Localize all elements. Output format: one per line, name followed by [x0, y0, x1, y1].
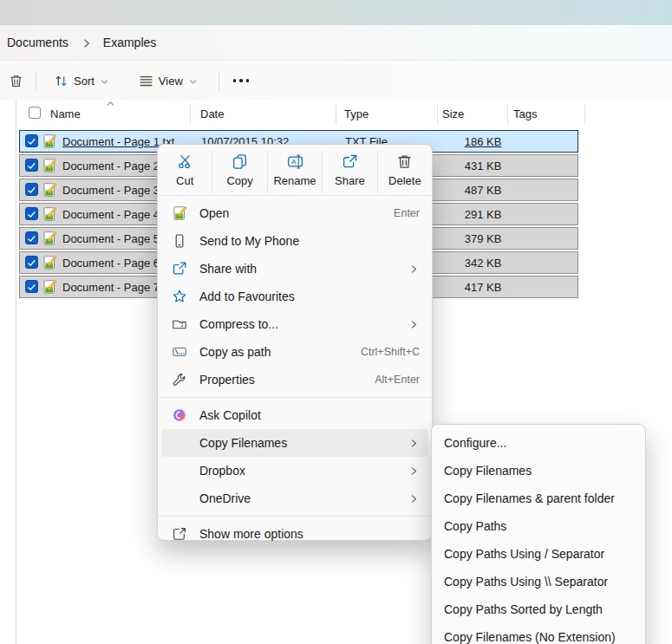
more-options-button[interactable]: [225, 79, 258, 82]
submenu-item-configure[interactable]: Configure...: [435, 429, 642, 457]
menu-item-show-more-options[interactable]: Show more options: [161, 520, 428, 548]
submenu-item-copy-paths-backslash[interactable]: Copy Paths Using \\ Separator: [435, 568, 642, 595]
txt-file-icon: [172, 205, 187, 221]
chevron-down-icon: [188, 77, 198, 87]
column-header-tags[interactable]: Tags: [513, 107, 537, 120]
submenu-chevron-icon: [408, 493, 420, 504]
zip-folder-icon: [172, 316, 187, 332]
menu-item-label: Add to Favourites: [199, 289, 420, 303]
menu-item-label: Show more options: [199, 527, 420, 541]
share-icon: [172, 261, 187, 276]
breadcrumb-chevron-icon: [81, 37, 93, 49]
menu-item-label: OneDrive: [199, 491, 401, 505]
column-header-name[interactable]: Name: [50, 107, 81, 120]
submenu-chevron-icon: [408, 438, 420, 449]
txt-file-icon: [42, 279, 57, 295]
breadcrumb-item-documents[interactable]: Documents: [7, 36, 69, 49]
submenu-chevron-icon: [408, 319, 420, 330]
column-divider[interactable]: [584, 105, 585, 124]
share-button[interactable]: Share: [322, 151, 376, 193]
show-more-icon: [172, 526, 187, 542]
column-divider[interactable]: [437, 105, 438, 124]
txt-file-icon: [42, 255, 57, 270]
view-button-label: View: [159, 75, 183, 88]
menu-item-label: Open: [199, 206, 387, 220]
chevron-down-icon: [100, 77, 109, 87]
row-checkbox-checked[interactable]: [25, 207, 38, 220]
row-checkbox-checked[interactable]: [25, 183, 38, 196]
menu-item-compress-to[interactable]: Compress to...: [161, 310, 428, 338]
menu-item-icon-placeholder: [172, 435, 187, 451]
submenu-item-copy-filenames-parent-folder[interactable]: Copy Filenames & parent folder: [435, 485, 642, 512]
menu-item-label: Copy Filenames: [199, 436, 401, 450]
title-bar: [0, 0, 672, 25]
column-header-type[interactable]: Type: [344, 107, 369, 120]
file-size: 417 KB: [452, 281, 514, 294]
file-size: 186 KB: [452, 135, 514, 148]
rename-button[interactable]: A Rename: [267, 151, 322, 193]
view-button[interactable]: View: [132, 67, 205, 94]
select-all-checkbox[interactable]: [29, 107, 41, 119]
submenu-item-copy-paths-sorted-by-length[interactable]: Copy Paths Sorted by Length: [435, 595, 642, 623]
delete-button[interactable]: Delete: [377, 151, 432, 193]
file-size: 342 KB: [452, 257, 514, 270]
wrench-icon: [172, 372, 187, 387]
menu-item-shortcut: Enter: [394, 207, 420, 219]
sort-button[interactable]: Sort: [47, 67, 116, 94]
menu-item-dropbox[interactable]: Dropbox: [161, 457, 428, 485]
copy-icon: [232, 153, 248, 170]
submenu-item-copy-filenames-no-extension[interactable]: Copy Filenames (No Extension): [435, 623, 642, 644]
file-size: 431 KB: [452, 159, 514, 172]
column-header-row: Name Date Type Size Tags: [19, 100, 585, 129]
submenu-item-copy-paths[interactable]: Copy Paths: [435, 512, 642, 540]
share-icon: [342, 153, 358, 170]
submenu-chevron-icon: [408, 263, 420, 275]
delete-label: Delete: [388, 174, 421, 187]
sort-ascending-caret-icon: [106, 99, 115, 108]
submenu-item-copy-paths-forward-slash[interactable]: Copy Paths Using / Separator: [435, 540, 642, 568]
menu-item-share-with[interactable]: Share with: [161, 255, 428, 283]
menu-item-label: Share with: [199, 262, 401, 276]
menu-item-properties[interactable]: Properties Alt+Enter: [161, 366, 428, 394]
toolbar-divider: [219, 71, 219, 90]
sort-arrows-icon: [54, 74, 69, 88]
txt-file-icon: [42, 158, 57, 173]
menu-items: Ask Copilot Copy Filenames Dropbox OneDr…: [158, 400, 432, 514]
breadcrumb-item-examples[interactable]: Examples: [103, 36, 156, 49]
delete-button[interactable]: [2, 67, 30, 94]
copilot-icon: [172, 407, 187, 423]
column-divider[interactable]: [190, 105, 191, 124]
menu-item-icon-placeholder: [172, 463, 187, 478]
submenu-chevron-icon: [408, 465, 420, 477]
menu-item-open[interactable]: Open Enter: [161, 199, 428, 227]
menu-item-ask-copilot[interactable]: Ask Copilot: [161, 401, 428, 429]
row-checkbox-checked[interactable]: [25, 231, 38, 244]
column-divider[interactable]: [507, 105, 508, 124]
menu-item-copy-filenames[interactable]: Copy Filenames: [161, 429, 428, 457]
cut-button[interactable]: Cut: [158, 151, 212, 193]
toolbar-divider: [36, 71, 36, 90]
submenu-item-copy-filenames[interactable]: Copy Filenames: [435, 457, 642, 485]
column-header-date[interactable]: Date: [200, 107, 224, 120]
menu-item-onedrive[interactable]: OneDrive: [161, 485, 428, 512]
column-divider[interactable]: [336, 105, 336, 124]
copy-button[interactable]: Copy: [212, 151, 266, 193]
context-menu: Cut Copy A Rename: [157, 144, 433, 541]
column-header-size[interactable]: Size: [442, 107, 464, 120]
txt-file-icon: [42, 231, 57, 246]
rename-label: Rename: [273, 174, 316, 187]
copy-path-icon: [172, 344, 187, 360]
menu-item-shortcut: Ctrl+Shift+C: [361, 346, 420, 358]
delete-icon: [396, 153, 413, 170]
menu-item-send-to-my-phone[interactable]: Send to My Phone: [161, 227, 428, 255]
row-checkbox-checked[interactable]: [25, 159, 38, 172]
menu-item-add-to-favourites[interactable]: Add to Favourites: [161, 283, 428, 310]
menu-item-copy-as-path[interactable]: Copy as path Ctrl+Shift+C: [161, 338, 428, 366]
menu-item-label: Compress to...: [199, 317, 401, 331]
copy-label: Copy: [226, 174, 252, 187]
command-bar: Sort View: [0, 62, 672, 100]
row-checkbox-checked[interactable]: [25, 256, 38, 269]
row-checkbox-checked[interactable]: [25, 280, 38, 293]
row-checkbox-checked[interactable]: [25, 134, 38, 147]
txt-file-icon: [42, 182, 57, 198]
